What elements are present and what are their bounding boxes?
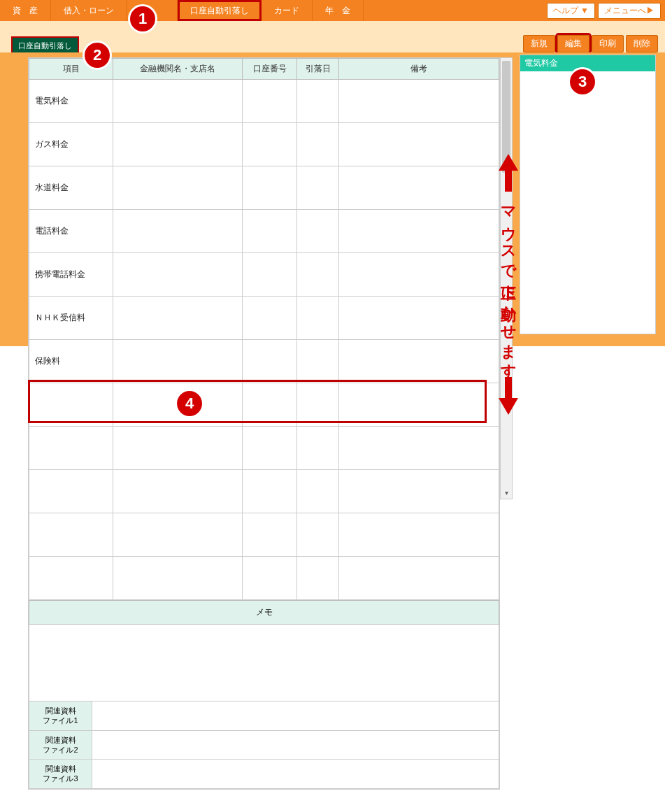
col-institution: 金融機関名・支店名 bbox=[113, 59, 243, 80]
cell-date[interactable] bbox=[297, 80, 339, 123]
table-row[interactable]: 電話料金 bbox=[29, 210, 499, 253]
table-row[interactable]: 水道料金 bbox=[29, 166, 499, 210]
cell-institution[interactable] bbox=[113, 123, 243, 166]
cell-note[interactable] bbox=[339, 340, 499, 347]
cell-note[interactable] bbox=[339, 166, 499, 210]
table-row[interactable]: ＮＨＫ受信料 bbox=[29, 297, 499, 340]
debit-table-panel: 項目 金融機関名・支店名 口座番号 引落日 備考 電気料金ガス料金水道料金電話料… bbox=[28, 57, 500, 346]
cell-item[interactable]: ＮＨＫ受信料 bbox=[29, 297, 113, 340]
cell-item[interactable]: 電話料金 bbox=[29, 210, 113, 253]
cell-account[interactable] bbox=[243, 80, 297, 123]
cell-item[interactable]: 保険料 bbox=[29, 340, 113, 347]
cell-institution[interactable] bbox=[113, 210, 243, 253]
cell-note[interactable] bbox=[339, 80, 499, 123]
tab-card[interactable]: カード bbox=[262, 0, 313, 21]
debit-table: 項目 金融機関名・支店名 口座番号 引落日 備考 電気料金ガス料金水道料金電話料… bbox=[29, 58, 499, 346]
edit-button[interactable]: 編集 bbox=[557, 35, 589, 52]
tab-auto-debit[interactable]: 口座自動引落し bbox=[178, 0, 262, 21]
cell-institution[interactable] bbox=[113, 166, 243, 210]
top-nav: 資 産 借入・ローン 口座自動引落し カード 年 金 ヘルプ ▼ メニューへ▶ bbox=[0, 0, 665, 21]
table-row[interactable]: ガス料金 bbox=[29, 123, 499, 166]
cell-date[interactable] bbox=[297, 297, 339, 340]
cell-institution[interactable] bbox=[113, 340, 243, 347]
annotation-badge-1: 1 bbox=[128, 4, 157, 34]
tab-loans[interactable]: 借入・ローン bbox=[51, 0, 127, 21]
annotation-badge-3: 3 bbox=[568, 67, 597, 97]
cell-date[interactable] bbox=[297, 123, 339, 166]
scroll-hint-text: マウスで上下に動かせます bbox=[498, 192, 519, 346]
print-button[interactable]: 印刷 bbox=[592, 35, 624, 52]
new-button[interactable]: 新規 bbox=[523, 35, 555, 52]
cell-institution[interactable] bbox=[113, 80, 243, 123]
cell-note[interactable] bbox=[339, 297, 499, 340]
cell-date[interactable] bbox=[297, 253, 339, 297]
table-row[interactable]: 電気料金 bbox=[29, 80, 499, 123]
tab-assets[interactable]: 資 産 bbox=[0, 0, 51, 21]
cell-note[interactable] bbox=[339, 253, 499, 297]
cell-institution[interactable] bbox=[113, 297, 243, 340]
cell-account[interactable] bbox=[243, 297, 297, 340]
table-row[interactable]: 保険料 bbox=[29, 340, 499, 347]
scroll-hint-annotation: マウスで上下に動かせます bbox=[498, 154, 519, 346]
col-account: 口座番号 bbox=[243, 59, 297, 80]
arrow-up-icon bbox=[499, 154, 518, 171]
help-button[interactable]: ヘルプ ▼ bbox=[547, 3, 595, 19]
side-list-panel: 電気料金 bbox=[520, 55, 656, 334]
table-row[interactable]: 携帯電話料金 bbox=[29, 253, 499, 297]
cell-note[interactable] bbox=[339, 210, 499, 253]
cell-date[interactable] bbox=[297, 210, 339, 253]
col-note: 備考 bbox=[339, 59, 499, 80]
cell-account[interactable] bbox=[243, 123, 297, 166]
cell-institution[interactable] bbox=[113, 253, 243, 297]
cell-account[interactable] bbox=[243, 166, 297, 210]
cell-date[interactable] bbox=[297, 340, 339, 347]
annotation-badge-2: 2 bbox=[83, 41, 112, 70]
col-date: 引落日 bbox=[297, 59, 339, 80]
cell-date[interactable] bbox=[297, 166, 339, 210]
cell-account[interactable] bbox=[243, 210, 297, 253]
cell-item[interactable]: 水道料金 bbox=[29, 166, 113, 210]
cell-item[interactable]: 電気料金 bbox=[29, 80, 113, 123]
cell-item[interactable]: ガス料金 bbox=[29, 123, 113, 166]
delete-button[interactable]: 削除 bbox=[626, 35, 658, 52]
cell-item[interactable]: 携帯電話料金 bbox=[29, 253, 113, 297]
tab-pension[interactable]: 年 金 bbox=[313, 0, 364, 21]
menu-button[interactable]: メニューへ▶ bbox=[598, 3, 661, 19]
cell-note[interactable] bbox=[339, 123, 499, 166]
cell-account[interactable] bbox=[243, 340, 297, 347]
cell-account[interactable] bbox=[243, 253, 297, 297]
